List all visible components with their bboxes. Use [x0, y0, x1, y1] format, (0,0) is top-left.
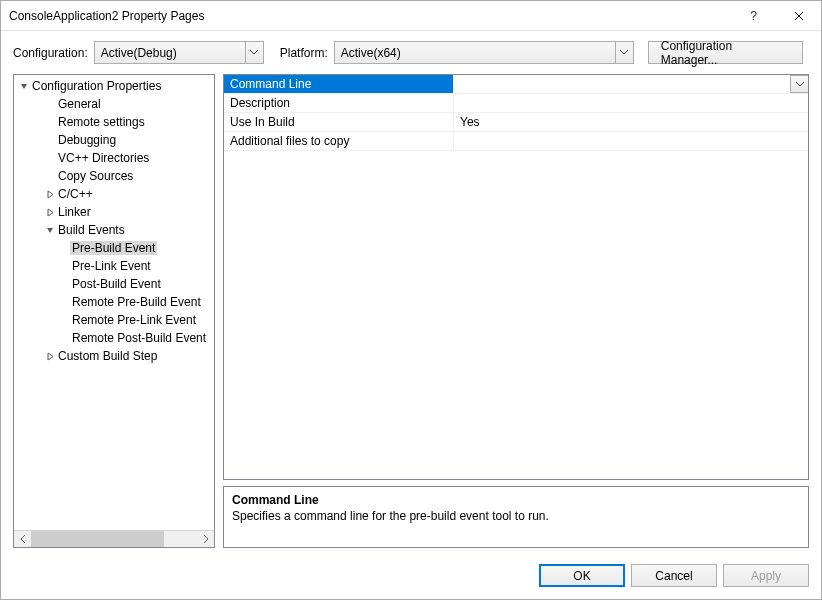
configuration-manager-button[interactable]: Configuration Manager... — [648, 41, 803, 64]
tree-item-label: Post-Build Event — [70, 277, 163, 291]
configuration-combo[interactable]: Active(Debug) — [94, 41, 264, 64]
property-dropdown-button[interactable] — [790, 75, 808, 93]
config-toolbar: Configuration: Active(Debug) Platform: A… — [1, 31, 821, 74]
platform-combo[interactable]: Active(x64) — [334, 41, 634, 64]
expand-icon[interactable] — [44, 208, 56, 217]
collapse-icon[interactable] — [44, 226, 56, 235]
property-grid[interactable]: Command LineDescriptionUse In BuildYesAd… — [223, 74, 809, 480]
scroll-left-button[interactable] — [14, 531, 31, 547]
expand-icon[interactable] — [44, 190, 56, 199]
dialog-body: Configuration Properties GeneralRemote s… — [1, 74, 821, 556]
property-value[interactable] — [454, 75, 808, 93]
tree-item-label: General — [56, 97, 103, 111]
scroll-right-button[interactable] — [197, 531, 214, 547]
help-button[interactable]: ? — [731, 1, 776, 30]
description-panel: Command Line Specifies a command line fo… — [223, 486, 809, 548]
property-value[interactable] — [454, 94, 808, 112]
close-button[interactable] — [776, 1, 821, 30]
tree-item[interactable]: General — [14, 95, 214, 113]
collapse-icon[interactable] — [18, 82, 30, 91]
platform-label: Platform: — [280, 46, 328, 60]
property-tree[interactable]: Configuration Properties GeneralRemote s… — [14, 75, 214, 530]
tree-item-label: Remote Pre-Build Event — [70, 295, 203, 309]
dialog-footer: OK Cancel Apply — [1, 556, 821, 599]
tree-item[interactable]: Pre-Build Event — [14, 239, 214, 257]
tree-item-label: C/C++ — [56, 187, 95, 201]
tree-item-label: Linker — [56, 205, 93, 219]
expand-icon[interactable] — [44, 352, 56, 361]
tree-root[interactable]: Configuration Properties — [14, 77, 214, 95]
tree-item-label: Pre-Build Event — [70, 241, 157, 255]
platform-value: Active(x64) — [341, 46, 401, 60]
tree-item-label: Custom Build Step — [56, 349, 159, 363]
tree-item-label: Copy Sources — [56, 169, 135, 183]
tree-item[interactable]: VC++ Directories — [14, 149, 214, 167]
tree-panel: Configuration Properties GeneralRemote s… — [13, 74, 215, 548]
property-row[interactable]: Use In BuildYes — [224, 113, 808, 132]
tree-item-label: Pre-Link Event — [70, 259, 153, 273]
description-text: Specifies a command line for the pre-bui… — [232, 509, 800, 523]
titlebar: ConsoleApplication2 Property Pages ? — [1, 1, 821, 31]
tree-item[interactable]: Remote Post-Build Event — [14, 329, 214, 347]
description-title: Command Line — [232, 493, 800, 507]
help-icon: ? — [750, 9, 757, 23]
tree-item[interactable]: Custom Build Step — [14, 347, 214, 365]
cancel-button[interactable]: Cancel — [631, 564, 717, 587]
tree-hscrollbar[interactable] — [14, 530, 214, 547]
tree-item-label: Remote Pre-Link Event — [70, 313, 198, 327]
tree-item-label: Build Events — [56, 223, 127, 237]
tree-item-label: VC++ Directories — [56, 151, 151, 165]
chevron-down-icon — [615, 42, 633, 63]
tree-item-label: Remote Post-Build Event — [70, 331, 208, 345]
chevron-down-icon — [245, 42, 263, 63]
tree-item[interactable]: Remote Pre-Link Event — [14, 311, 214, 329]
property-name: Description — [224, 94, 454, 112]
tree-item[interactable]: Post-Build Event — [14, 275, 214, 293]
tree-item[interactable]: Copy Sources — [14, 167, 214, 185]
close-icon — [794, 11, 804, 21]
tree-item-label: Remote settings — [56, 115, 147, 129]
tree-item[interactable]: C/C++ — [14, 185, 214, 203]
chevron-down-icon — [796, 82, 804, 87]
tree-item[interactable]: Build Events — [14, 221, 214, 239]
property-row[interactable]: Command Line — [224, 75, 808, 94]
tree-item[interactable]: Linker — [14, 203, 214, 221]
right-panel: Command LineDescriptionUse In BuildYesAd… — [223, 74, 809, 548]
property-value[interactable] — [454, 132, 808, 150]
property-row[interactable]: Description — [224, 94, 808, 113]
property-name: Use In Build — [224, 113, 454, 131]
tree-item[interactable]: Pre-Link Event — [14, 257, 214, 275]
scroll-track[interactable] — [31, 531, 197, 547]
window-title: ConsoleApplication2 Property Pages — [9, 9, 731, 23]
configuration-label: Configuration: — [13, 46, 88, 60]
property-name: Additional files to copy — [224, 132, 454, 150]
apply-button: Apply — [723, 564, 809, 587]
configuration-value: Active(Debug) — [101, 46, 177, 60]
property-value[interactable]: Yes — [454, 113, 808, 131]
tree-item[interactable]: Debugging — [14, 131, 214, 149]
tree-item[interactable]: Remote settings — [14, 113, 214, 131]
property-row[interactable]: Additional files to copy — [224, 132, 808, 151]
property-pages-dialog: ConsoleApplication2 Property Pages ? Con… — [0, 0, 822, 600]
scroll-thumb[interactable] — [31, 531, 164, 547]
tree-item[interactable]: Remote Pre-Build Event — [14, 293, 214, 311]
tree-root-label: Configuration Properties — [30, 79, 163, 93]
tree-item-label: Debugging — [56, 133, 118, 147]
property-name: Command Line — [224, 75, 454, 93]
ok-button[interactable]: OK — [539, 564, 625, 587]
